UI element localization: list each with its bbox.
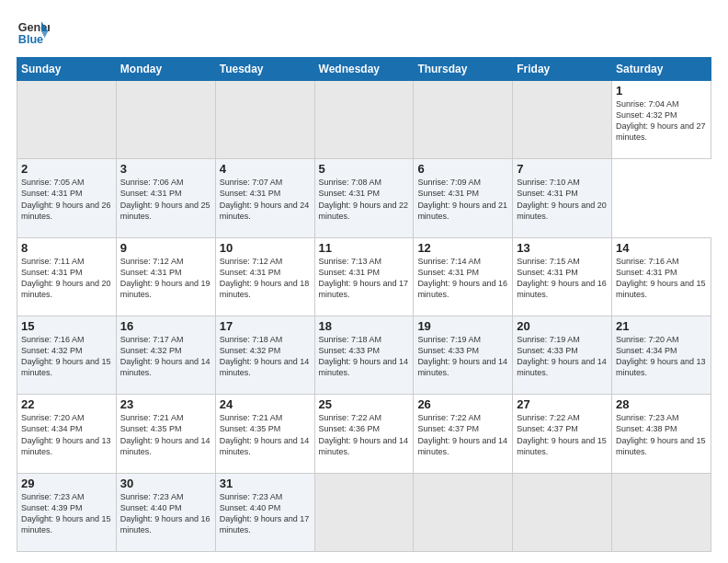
calendar-week-row: 15Sunrise: 7:16 AMSunset: 4:32 PMDayligh… (17, 316, 711, 394)
day-info: Sunrise: 7:11 AMSunset: 4:31 PMDaylight:… (21, 256, 112, 301)
day-info: Sunrise: 7:09 AMSunset: 4:31 PMDaylight:… (417, 177, 508, 222)
day-number: 16 (120, 319, 211, 333)
day-number: 28 (616, 397, 707, 411)
calendar-cell: 10Sunrise: 7:12 AMSunset: 4:31 PMDayligh… (215, 237, 314, 316)
calendar-cell (414, 81, 513, 159)
calendar-cell: 24Sunrise: 7:21 AMSunset: 4:35 PMDayligh… (215, 395, 314, 473)
dow-header: Friday (513, 58, 612, 81)
dow-header: Saturday (612, 58, 711, 81)
day-info: Sunrise: 7:23 AMSunset: 4:40 PMDaylight:… (220, 491, 311, 536)
day-number: 4 (220, 162, 311, 176)
calendar-cell: 27Sunrise: 7:22 AMSunset: 4:37 PMDayligh… (513, 395, 612, 473)
logo-icon: General Blue (17, 15, 50, 48)
day-number: 1 (616, 84, 707, 98)
calendar-cell (513, 473, 612, 551)
calendar-cell: 6Sunrise: 7:09 AMSunset: 4:31 PMDaylight… (414, 159, 513, 237)
calendar-cell: 23Sunrise: 7:21 AMSunset: 4:35 PMDayligh… (116, 395, 215, 473)
calendar-cell (612, 473, 711, 551)
day-number: 3 (120, 162, 211, 176)
day-info: Sunrise: 7:23 AMSunset: 4:38 PMDaylight:… (616, 412, 707, 457)
day-number: 30 (120, 477, 211, 490)
day-info: Sunrise: 7:06 AMSunset: 4:31 PMDaylight:… (120, 177, 211, 222)
calendar-cell: 17Sunrise: 7:18 AMSunset: 4:32 PMDayligh… (215, 316, 314, 394)
day-info: Sunrise: 7:04 AMSunset: 4:32 PMDaylight:… (616, 98, 707, 144)
day-info: Sunrise: 7:22 AMSunset: 4:37 PMDaylight:… (517, 412, 608, 457)
day-info: Sunrise: 7:12 AMSunset: 4:31 PMDaylight:… (220, 256, 311, 301)
day-info: Sunrise: 7:21 AMSunset: 4:35 PMDaylight:… (120, 412, 211, 457)
calendar-cell: 25Sunrise: 7:22 AMSunset: 4:36 PMDayligh… (314, 395, 414, 473)
day-info: Sunrise: 7:23 AMSunset: 4:40 PMDaylight:… (120, 491, 211, 536)
day-info: Sunrise: 7:08 AMSunset: 4:31 PMDaylight:… (319, 177, 410, 222)
calendar-cell: 20Sunrise: 7:19 AMSunset: 4:33 PMDayligh… (513, 316, 612, 394)
calendar-cell (314, 81, 414, 159)
day-info: Sunrise: 7:07 AMSunset: 4:31 PMDaylight:… (220, 177, 311, 222)
calendar-week-row: 2Sunrise: 7:05 AMSunset: 4:31 PMDaylight… (17, 159, 711, 237)
day-info: Sunrise: 7:19 AMSunset: 4:33 PMDaylight:… (417, 334, 508, 379)
day-number: 31 (220, 477, 311, 490)
calendar-cell (116, 81, 215, 159)
day-info: Sunrise: 7:21 AMSunset: 4:35 PMDaylight:… (220, 412, 311, 457)
day-info: Sunrise: 7:16 AMSunset: 4:32 PMDaylight:… (21, 334, 112, 379)
calendar-cell: 1Sunrise: 7:04 AMSunset: 4:32 PMDaylight… (612, 81, 711, 159)
day-info: Sunrise: 7:20 AMSunset: 4:34 PMDaylight:… (21, 412, 112, 457)
day-number: 23 (120, 397, 211, 411)
dow-header: Sunday (17, 58, 117, 81)
calendar-cell: 3Sunrise: 7:06 AMSunset: 4:31 PMDaylight… (116, 159, 215, 237)
days-of-week-row: SundayMondayTuesdayWednesdayThursdayFrid… (17, 58, 711, 81)
day-number: 11 (319, 241, 410, 255)
calendar-cell (513, 81, 612, 159)
calendar-cell: 28Sunrise: 7:23 AMSunset: 4:38 PMDayligh… (612, 395, 711, 473)
day-number: 18 (319, 319, 410, 333)
day-info: Sunrise: 7:22 AMSunset: 4:36 PMDaylight:… (319, 412, 410, 457)
calendar-cell: 9Sunrise: 7:12 AMSunset: 4:31 PMDaylight… (116, 237, 215, 316)
svg-text:Blue: Blue (18, 33, 43, 46)
page-header: General Blue (17, 15, 711, 48)
day-number: 6 (417, 162, 508, 176)
calendar-cell: 14Sunrise: 7:16 AMSunset: 4:31 PMDayligh… (612, 237, 711, 316)
calendar-cell: 19Sunrise: 7:19 AMSunset: 4:33 PMDayligh… (414, 316, 513, 394)
day-number: 10 (220, 241, 311, 255)
day-info: Sunrise: 7:14 AMSunset: 4:31 PMDaylight:… (417, 256, 508, 301)
calendar-cell: 16Sunrise: 7:17 AMSunset: 4:32 PMDayligh… (116, 316, 215, 394)
calendar-week-row: 8Sunrise: 7:11 AMSunset: 4:31 PMDaylight… (17, 237, 711, 316)
calendar-week-row: 1Sunrise: 7:04 AMSunset: 4:32 PMDaylight… (17, 81, 711, 159)
calendar-cell (314, 473, 414, 551)
day-info: Sunrise: 7:16 AMSunset: 4:31 PMDaylight:… (616, 256, 707, 301)
day-info: Sunrise: 7:22 AMSunset: 4:37 PMDaylight:… (417, 412, 508, 457)
day-number: 9 (120, 241, 211, 255)
day-number: 19 (417, 319, 508, 333)
calendar-cell: 22Sunrise: 7:20 AMSunset: 4:34 PMDayligh… (17, 395, 117, 473)
day-number: 5 (319, 162, 410, 176)
day-info: Sunrise: 7:13 AMSunset: 4:31 PMDaylight:… (319, 256, 410, 301)
day-number: 21 (616, 319, 707, 333)
calendar-cell: 13Sunrise: 7:15 AMSunset: 4:31 PMDayligh… (513, 237, 612, 316)
day-number: 13 (517, 241, 608, 255)
day-number: 2 (21, 162, 112, 176)
calendar-cell: 8Sunrise: 7:11 AMSunset: 4:31 PMDaylight… (17, 237, 117, 316)
calendar-cell: 31Sunrise: 7:23 AMSunset: 4:40 PMDayligh… (215, 473, 314, 551)
day-number: 17 (220, 319, 311, 333)
day-number: 29 (21, 477, 112, 490)
day-info: Sunrise: 7:10 AMSunset: 4:31 PMDaylight:… (517, 177, 608, 222)
calendar-week-row: 22Sunrise: 7:20 AMSunset: 4:34 PMDayligh… (17, 395, 711, 473)
day-number: 12 (417, 241, 508, 255)
dow-header: Tuesday (215, 58, 314, 81)
calendar-week-row: 29Sunrise: 7:23 AMSunset: 4:39 PMDayligh… (17, 473, 711, 551)
calendar-body: 1Sunrise: 7:04 AMSunset: 4:32 PMDaylight… (17, 81, 711, 552)
day-info: Sunrise: 7:18 AMSunset: 4:33 PMDaylight:… (319, 334, 410, 379)
dow-header: Wednesday (314, 58, 414, 81)
day-number: 20 (517, 319, 608, 333)
calendar-cell: 29Sunrise: 7:23 AMSunset: 4:39 PMDayligh… (17, 473, 117, 551)
day-info: Sunrise: 7:20 AMSunset: 4:34 PMDaylight:… (616, 334, 707, 379)
day-number: 14 (616, 241, 707, 255)
day-number: 7 (517, 162, 608, 176)
calendar-cell: 30Sunrise: 7:23 AMSunset: 4:40 PMDayligh… (116, 473, 215, 551)
calendar-cell (414, 473, 513, 551)
calendar-cell: 4Sunrise: 7:07 AMSunset: 4:31 PMDaylight… (215, 159, 314, 237)
dow-header: Monday (116, 58, 215, 81)
day-info: Sunrise: 7:19 AMSunset: 4:33 PMDaylight:… (517, 334, 608, 379)
day-number: 26 (417, 397, 508, 411)
calendar-cell: 7Sunrise: 7:10 AMSunset: 4:31 PMDaylight… (513, 159, 612, 237)
calendar-cell: 26Sunrise: 7:22 AMSunset: 4:37 PMDayligh… (414, 395, 513, 473)
dow-header: Thursday (414, 58, 513, 81)
